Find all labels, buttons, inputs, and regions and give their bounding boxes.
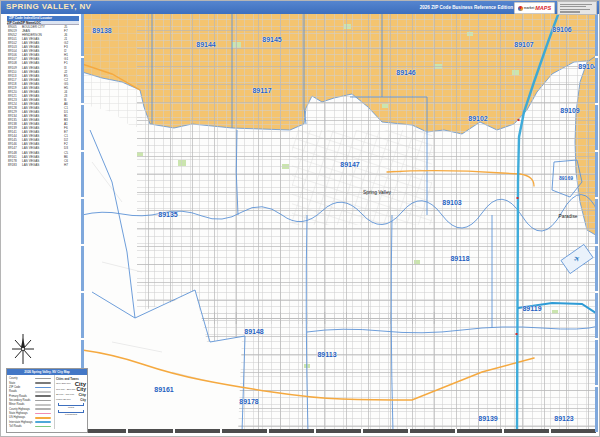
zip-code-label: 89102 <box>468 115 487 122</box>
scale-miles-label: Miles <box>56 406 86 409</box>
zip-code-label: 89123 <box>554 415 573 422</box>
zip-name-cell: LAS VEGAS <box>22 163 64 167</box>
zip-code-label: 89103 <box>442 199 461 206</box>
legend-swatch <box>35 387 51 389</box>
zip-code-label: 89161 <box>154 386 173 393</box>
scale-miles: Miles <box>56 404 86 410</box>
zip-code-label: 89139 <box>478 415 497 422</box>
legend-swatch <box>35 395 51 397</box>
legend-label: Toll Roads <box>9 425 35 428</box>
legend-swatch <box>35 421 51 423</box>
zip-table-rows: 89005 BOULDER CITY J5 89019 JEAN F7 8905… <box>7 25 79 167</box>
zip-table-column-header: ZIP Code <box>7 21 20 24</box>
scale-bar-miles <box>58 404 84 407</box>
zip-code-label: 89138 <box>92 27 111 34</box>
place-name-label: Paradise <box>559 214 578 219</box>
legend-label: State Highways <box>9 412 35 415</box>
population-range: 25,000 - 100,000 <box>56 393 74 396</box>
legend-label: US Highways <box>9 416 35 419</box>
legend-swatch <box>35 413 51 415</box>
zip-code-label: 89113 <box>317 351 336 358</box>
legend-label: ZIP Code <box>9 386 35 389</box>
page-title: SPRING VALLEY, NV <box>6 2 91 11</box>
legend-label: Interstate Highways <box>9 421 35 424</box>
map-ruler-bottom <box>81 429 598 433</box>
map-sheet: SPRING VALLEY, NV 2026 ZIP Code Business… <box>0 0 600 437</box>
zip-index-table: ZIP Code Index/Grid Locator ZIP CodeZIP … <box>7 16 79 167</box>
legend-box: 2026 Spring Valley, NV City Map County S… <box>6 368 88 433</box>
map-canvas: ✈ 89138 89144 89145 89117 89146 89107 89… <box>81 11 598 432</box>
legend-swatch <box>35 404 51 406</box>
zip-code-label: 89106 <box>552 26 571 33</box>
legend-label: Roads <box>9 390 35 393</box>
scale-kilometers-label: Kilometers <box>56 413 86 416</box>
zip-table-column-header: LOC <box>34 21 41 24</box>
zip-code-label: 89118 <box>450 255 469 262</box>
cities-rows: Over 250,000 City 100,000 - 250,000 City… <box>56 381 86 403</box>
legend-label: County Highways <box>9 408 35 411</box>
header-bar: SPRING VALLEY, NV 2026 ZIP Code Business… <box>1 1 600 14</box>
legend-label: Minor Roads <box>9 403 35 406</box>
zip-code-label: 89148 <box>244 328 263 335</box>
place-name-label: Spring Valley <box>363 190 391 195</box>
population-range: 100,000 - 250,000 <box>56 388 75 391</box>
publisher-info-box <box>557 1 597 15</box>
population-range: Over 250,000 <box>56 382 71 385</box>
zip-code-label: 89178 <box>239 398 258 405</box>
legend-label: Primary Roads <box>9 395 35 398</box>
legend-row: Toll Roads <box>9 424 53 428</box>
legend-swatch <box>35 426 51 428</box>
zip-table-row: 89183 LAS VEGAS H7 <box>7 163 79 167</box>
scale-bar-kilometers <box>58 411 84 414</box>
legend-swatch <box>35 417 51 419</box>
compass-rose-icon <box>9 332 37 370</box>
zip-code-label: 89135 <box>158 211 177 218</box>
zip-code-label: 89117 <box>252 87 271 94</box>
zip-code-label: 89109 <box>560 107 579 114</box>
zip-code-label: 89144 <box>196 41 215 48</box>
grid-loc-cell: H7 <box>64 163 74 167</box>
zip-code-cell: 89183 <box>7 163 22 167</box>
city-sample: City <box>80 398 86 402</box>
legend-swatch <box>35 378 51 380</box>
zip-code-label: 89147 <box>340 161 359 168</box>
logo-market-text: market <box>524 6 534 10</box>
legend-swatch <box>35 382 51 384</box>
zip-code-label: 89145 <box>262 36 281 43</box>
legend-line-items: County State ZIP Code Roads <box>7 375 54 429</box>
legend-label: Secondary Roads <box>9 399 35 402</box>
logo-maps-text: MAPS <box>535 5 551 11</box>
logo-swirl-icon <box>518 6 523 11</box>
map-ruler-right <box>595 11 598 432</box>
legend-swatch <box>35 400 51 402</box>
population-range: Under 25,000 <box>56 398 71 401</box>
zip-code-label: 89107 <box>514 41 533 48</box>
scale-kilometers: Kilometers <box>56 411 86 417</box>
legend-cities-column: Cities and Towns Over 250,000 City 100,0… <box>54 375 87 429</box>
publisher-logo: market MAPS <box>514 2 555 14</box>
legend-label: State <box>9 382 35 385</box>
zip-code-label: 89119 <box>522 305 541 312</box>
zip-table-column-header: ZIP Name <box>20 21 34 24</box>
zip-code-label: 89146 <box>396 69 415 76</box>
legend-swatch <box>35 408 51 410</box>
city-sample: City <box>78 392 86 397</box>
map-drawing: ✈ <box>82 12 598 432</box>
legend-swatch <box>35 391 51 393</box>
zip-code-label: 89169 <box>559 175 573 181</box>
city-size-row: Under 25,000 City <box>56 397 86 402</box>
legend-label: County <box>9 377 35 380</box>
edition-label: 2026 ZIP Code Business Reference Edition <box>420 5 513 10</box>
